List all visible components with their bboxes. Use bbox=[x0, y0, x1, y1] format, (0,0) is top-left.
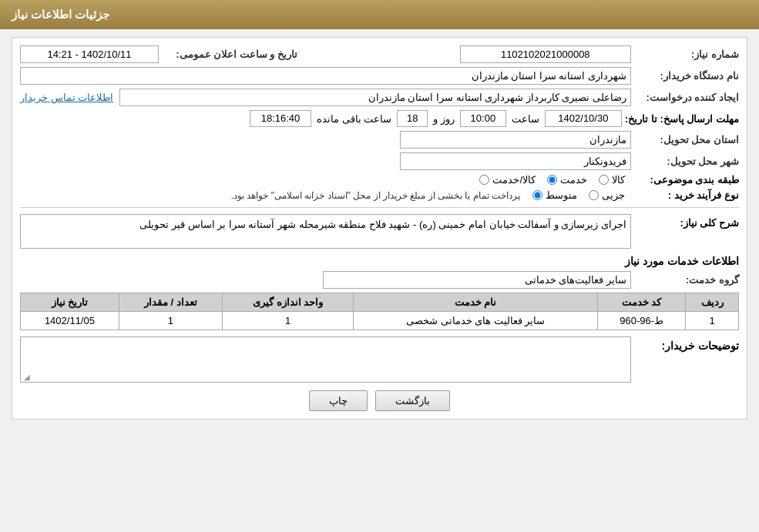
response-days: 18 bbox=[397, 110, 428, 127]
category-label: طبقه بندی موضوعی: bbox=[631, 174, 739, 186]
general-desc-value: اجرای زیرسازی و آسفالت خیابان امام خمینی… bbox=[20, 214, 631, 249]
form-container: شماره نیاز: 1102102021000008 تاریخ و ساع… bbox=[12, 37, 747, 420]
back-button[interactable]: بازگشت bbox=[375, 390, 450, 411]
city-value: فریدونکنار bbox=[400, 152, 631, 170]
page-wrapper: جزئیات اطلاعات نیاز شماره نیاز: 11021020… bbox=[0, 0, 759, 532]
services-table: ردیف کد خدمت نام خدمت واحد اندازه گیری ت… bbox=[20, 293, 739, 330]
col-header-row-num: ردیف bbox=[686, 293, 739, 312]
response-deadline-label: مهلت ارسال پاسخ: تا تاریخ: bbox=[625, 113, 739, 125]
process-label: نوع فرآیند خرید : bbox=[631, 189, 739, 201]
divider-1 bbox=[20, 207, 739, 208]
process-motavas-radio[interactable] bbox=[532, 190, 542, 200]
table-cell: سایر فعالیت های خدماتی شخصی bbox=[354, 312, 598, 330]
buyer-name-row: نام دستگاه خریدار: شهرداری استانه سرا اس… bbox=[20, 67, 739, 85]
general-desc-label: شرح کلی نیاز: bbox=[631, 214, 739, 229]
process-option-motavas[interactable]: متوسط bbox=[532, 189, 577, 201]
response-date: 1402/10/30 bbox=[545, 110, 622, 127]
buyer-name-value: شهرداری استانه سرا استان مازندران bbox=[20, 67, 631, 85]
buyer-notes-box: ◢ bbox=[20, 336, 631, 383]
contact-link[interactable]: اطلاعات تماس خریدار bbox=[20, 92, 113, 103]
table-cell: 1 bbox=[119, 312, 222, 330]
process-row: نوع فرآیند خرید : جزیی متوسط پرداخت تمام… bbox=[20, 189, 739, 201]
table-cell: 1 bbox=[222, 312, 354, 330]
response-time: 10:00 bbox=[460, 110, 506, 127]
process-note: پرداخت تمام یا بخشی از مبلغ خریدار از مح… bbox=[20, 190, 520, 201]
category-option-kala-khedmat[interactable]: کالا/خدمت bbox=[479, 174, 536, 186]
creator-label: ایجاد کننده درخواست: bbox=[631, 92, 739, 103]
category-khedmat-radio[interactable] bbox=[547, 175, 557, 185]
announce-date-label: تاریخ و ساعت اعلان عمومی: bbox=[159, 49, 297, 60]
page-title: جزئیات اطلاعات نیاز bbox=[12, 8, 109, 21]
category-option-khedmat[interactable]: خدمت bbox=[547, 174, 587, 186]
col-header-unit: واحد اندازه گیری bbox=[222, 293, 354, 312]
service-group-value: سایر فعالیت‌های خدماتی bbox=[323, 271, 631, 289]
buyer-notes-row: توضیحات خریدار: ◢ bbox=[20, 336, 739, 383]
process-motavas-label: متوسط bbox=[546, 189, 577, 201]
creator-value: رضاعلی نصیری کاربرداز شهرداری استانه سرا… bbox=[119, 89, 631, 106]
province-label: استان محل تحویل: bbox=[631, 134, 739, 146]
buyer-notes-label: توضیحات خریدار: bbox=[631, 336, 739, 352]
general-desc-row: شرح کلی نیاز: اجرای زیرسازی و آسفالت خیا… bbox=[20, 214, 739, 249]
category-khedmat-label: خدمت bbox=[560, 174, 587, 186]
service-section-title: اطلاعات خدمات مورد نیاز bbox=[20, 255, 739, 267]
button-row: بازگشت چاپ bbox=[20, 390, 739, 411]
need-number-value: 1102102021000008 bbox=[460, 45, 632, 63]
print-button[interactable]: چاپ bbox=[309, 390, 368, 411]
category-kala-label: کالا bbox=[612, 174, 625, 186]
category-kala-khedmat-label: کالا/خدمت bbox=[492, 174, 536, 186]
need-number-row: شماره نیاز: 1102102021000008 تاریخ و ساع… bbox=[20, 45, 739, 63]
city-label: شهر محل تحویل: bbox=[631, 156, 739, 167]
time-label: ساعت bbox=[509, 113, 542, 125]
col-header-service-name: نام خدمت bbox=[354, 293, 598, 312]
process-jozii-radio[interactable] bbox=[589, 190, 599, 200]
col-header-date: تاریخ نیاز bbox=[21, 293, 119, 312]
page-header: جزئیات اطلاعات نیاز bbox=[0, 0, 759, 29]
category-kala-radio[interactable] bbox=[599, 175, 609, 185]
table-cell: ط-96-960 bbox=[597, 312, 685, 330]
buyer-name-label: نام دستگاه خریدار: bbox=[631, 70, 739, 82]
creator-row: ایجاد کننده درخواست: رضاعلی نصیری کاربرد… bbox=[20, 89, 739, 106]
main-content: شماره نیاز: 1102102021000008 تاریخ و ساع… bbox=[0, 29, 759, 427]
announce-date-value: 1402/10/11 - 14:21 bbox=[20, 45, 159, 63]
category-kala-khedmat-radio[interactable] bbox=[479, 175, 489, 185]
response-remaining: 18:16:40 bbox=[250, 110, 311, 127]
category-options: کالا خدمت کالا/خدمت bbox=[479, 174, 625, 186]
table-row: 1ط-96-960سایر فعالیت های خدماتی شخصی1114… bbox=[21, 312, 739, 330]
service-section: اطلاعات خدمات مورد نیاز گروه خدمت: سایر … bbox=[20, 255, 739, 330]
province-row: استان محل تحویل: مازندران bbox=[20, 131, 739, 149]
resize-handle: ◢ bbox=[22, 373, 30, 380]
table-cell: 1 bbox=[686, 312, 739, 330]
process-option-jozii[interactable]: جزیی bbox=[589, 189, 625, 201]
service-group-label: گروه خدمت: bbox=[631, 274, 739, 286]
response-deadline-row: مهلت ارسال پاسخ: تا تاریخ: 1402/10/30 سا… bbox=[20, 110, 739, 127]
process-options: جزیی متوسط bbox=[532, 189, 625, 201]
category-option-kala[interactable]: کالا bbox=[599, 174, 625, 186]
province-value: مازندران bbox=[400, 131, 631, 149]
table-cell: 1402/11/05 bbox=[21, 312, 119, 330]
col-header-service-code: کد خدمت bbox=[597, 293, 685, 312]
day-label: روز و bbox=[431, 113, 457, 125]
service-group-row: گروه خدمت: سایر فعالیت‌های خدماتی bbox=[20, 271, 739, 289]
process-jozii-label: جزیی bbox=[602, 189, 625, 201]
need-number-label: شماره نیاز: bbox=[631, 49, 739, 60]
city-row: شهر محل تحویل: فریدونکنار bbox=[20, 152, 739, 170]
remaining-label: ساعت باقی مانده bbox=[314, 113, 394, 125]
col-header-quantity: تعداد / مقدار bbox=[119, 293, 222, 312]
category-row: طبقه بندی موضوعی: کالا خدمت کالا/خدمت bbox=[20, 174, 739, 186]
